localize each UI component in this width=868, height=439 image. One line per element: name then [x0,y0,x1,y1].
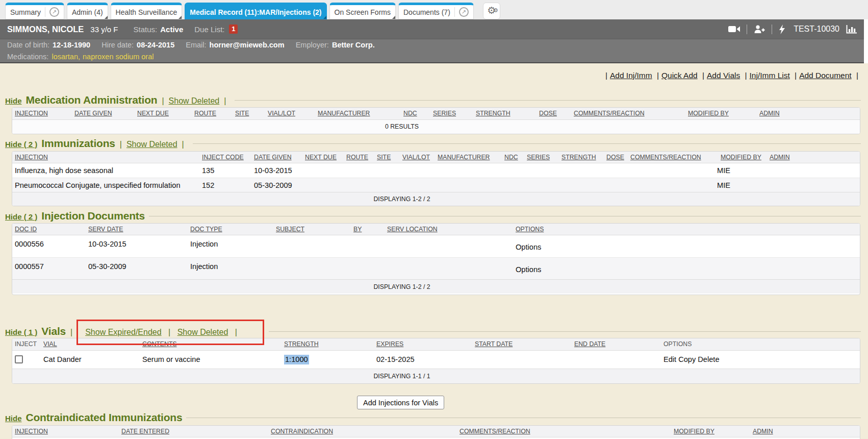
column-header[interactable]: ADMIN [753,428,773,435]
column-header[interactable]: INJECTION [15,110,48,117]
doc-id-cell: 0000556 [15,240,44,248]
add-document-link[interactable]: Add Document [799,71,852,80]
column-header[interactable]: COMMENTS/REACTION [630,154,701,161]
employer-value: Better Corp. [332,41,375,49]
column-header[interactable]: DOSE [539,110,557,117]
hide-injection-documents-link[interactable]: Hide ( 2 ) [5,212,37,221]
column-header[interactable]: DOC ID [15,226,37,233]
column-header[interactable]: STRENGTH [284,340,319,348]
column-header[interactable]: BY [353,226,362,233]
column-header[interactable]: NDC [403,110,417,117]
column-header[interactable]: DOSE [606,154,624,161]
column-header[interactable]: VIAL [43,340,57,348]
due-list-badge[interactable]: 1 [229,25,238,34]
column-header[interactable]: MODIFIED BY [721,154,761,161]
documents-popout-segment[interactable]: ↗ [454,7,469,17]
tab-admin[interactable]: Admin (4) [67,3,108,19]
column-header[interactable]: VIAL/LOT [402,154,430,161]
quick-add-link[interactable]: Quick Add [661,71,698,80]
options-link[interactable]: Options [516,265,541,274]
doc-type-cell: Injection [190,240,218,248]
add-inj-imm-link[interactable]: Add Inj/Imm [610,71,652,80]
column-header[interactable]: SERV DATE [88,226,123,233]
column-header[interactable]: COMMENTS/REACTION [459,428,530,435]
patient-header-row1: SIMMONS, NICOLE 33 y/o F Status: Active … [0,19,864,39]
settings-gear-button[interactable]: ⚙⚙ [483,3,500,19]
vial-checkbox[interactable] [15,355,23,363]
medication-link-naproxen[interactable]: naproxen sodium oral [83,53,154,61]
column-header[interactable]: ROUTE [346,154,368,161]
displaying-count: DISPLAYING 1-2 / 2 [12,192,826,206]
column-header[interactable]: CONTRAINDICATION [271,428,333,435]
column-header[interactable]: INJECTION [15,154,48,161]
flowsheet-chart-icon[interactable] [846,25,857,34]
column-header[interactable]: MODIFIED BY [674,428,714,435]
hide-vials-link[interactable]: Hide ( 1 ) [5,328,37,336]
column-header[interactable]: NEXT DUE [305,154,337,161]
options-link[interactable]: Options [516,243,541,251]
show-deleted-med-admin-link[interactable]: Show Deleted [169,96,220,106]
quick-action-lightning-icon[interactable] [779,25,785,34]
popout-icon: ↗ [49,7,59,17]
summary-popout-segment[interactable]: ↗ [45,7,59,17]
column-header[interactable]: START DATE [475,340,513,348]
column-header[interactable]: VIAL/LOT [268,110,295,117]
tab-documents[interactable]: Documents (7) ↗ [398,3,474,19]
column-header[interactable]: SUBJECT [276,226,304,233]
column-header[interactable]: SERIES [527,154,550,161]
column-header[interactable]: STRENGTH [476,110,510,117]
hide-immunizations-link[interactable]: Hide ( 2 ) [5,140,37,149]
table-row: Cat Dander Serum or vaccine 1:1000 02-15… [12,351,860,369]
medication-link-losartan[interactable]: losartan [52,53,78,61]
column-header[interactable]: DATE GIVEN [254,154,292,161]
hire-date-label: Hire date: [101,41,134,49]
action-links-bar: |Add Inj/Imm |Quick Add |Add Vials |Inj/… [603,71,861,80]
column-header[interactable]: SERIES [433,110,456,117]
hide-contraindicated-link[interactable]: Hide [5,414,22,423]
column-header[interactable]: ADMIN [770,154,790,161]
tab-medical-record-label: Medical Record (11):MAR/Injections (2) [190,8,321,16]
column-header[interactable]: MANUFACTURER [438,154,490,161]
column-header[interactable]: SITE [235,110,249,117]
column-header[interactable]: INJECT CODE [202,154,244,161]
injection-documents-table-header: DOC ID SERV DATE DOC TYPE SUBJECT BY SER… [12,224,860,235]
column-header[interactable]: COMMENTS/REACTION [574,110,645,117]
column-header[interactable]: SITE [377,154,391,161]
tab-health-surveillance[interactable]: Health Surveillance [111,3,183,19]
column-header[interactable]: MODIFIED BY [688,110,729,117]
contraindicated-title: Contraindicated Immunizations [26,411,183,424]
column-header[interactable]: NDC [504,154,518,161]
column-header[interactable]: END DATE [574,340,605,348]
injection-documents-table: DOC ID SERV DATE DOC TYPE SUBJECT BY SER… [12,223,860,295]
column-header[interactable]: DATE ENTERED [121,428,169,435]
column-header[interactable]: ROUTE [194,110,216,117]
inj-imm-list-link[interactable]: Inj/Imm List [750,71,790,80]
tab-medical-record[interactable]: Medical Record (11):MAR/Injections (2) [185,3,326,19]
column-header[interactable]: SERV LOCATION [387,226,438,233]
video-call-icon[interactable] [728,26,740,33]
column-header[interactable]: OPTIONS [516,226,544,233]
column-header[interactable]: DATE GIVEN [74,110,112,117]
edit-copy-delete-links[interactable]: Edit Copy Delete [663,351,720,369]
table-row: 0000556 10-03-2015 Injection Options [12,235,860,257]
hide-med-admin-link[interactable]: Hide [5,96,22,105]
column-header[interactable]: ADMIN [759,110,780,117]
strength-cell-highlighted: 1:1000 [284,355,309,364]
column-header[interactable]: STRENGTH [561,154,596,161]
add-vials-link[interactable]: Add Vials [707,71,740,80]
column-header[interactable]: DOC TYPE [190,226,222,233]
tab-dropdown-caret-icon [105,16,108,19]
tab-on-screen-forms[interactable]: On Screen Forms [329,3,396,19]
immunizations-table-header: INJECTION INJECT CODE DATE GIVEN NEXT DU… [12,152,860,163]
column-header[interactable]: EXPIRES [376,340,403,348]
tab-summary[interactable]: Summary ↗ [5,3,64,19]
column-header[interactable]: NEXT DUE [137,110,169,117]
section-header-vials: Hide ( 1 ) Vials | Show Expired/Ended | … [5,325,861,337]
add-injections-for-vials-button[interactable]: Add Injections for Vials [357,396,444,409]
section-rule [269,331,861,332]
add-user-icon[interactable] [754,25,765,33]
column-header[interactable]: MANUFACTURER [318,110,370,117]
column-header[interactable]: INJECTION [15,428,48,435]
show-deleted-immunizations-link[interactable]: Show Deleted [126,140,177,149]
tab-on-screen-forms-label: On Screen Forms [335,8,391,16]
